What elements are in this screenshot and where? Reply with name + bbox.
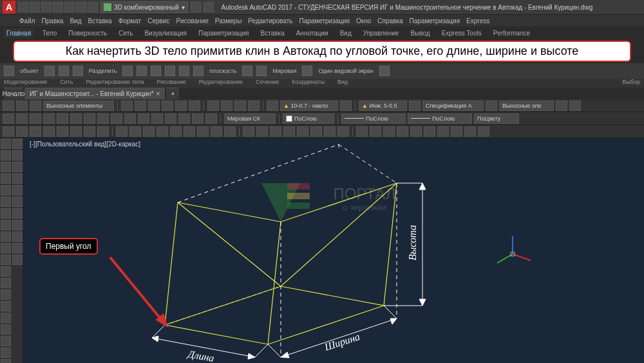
lt2-f-icon[interactable]: [12, 197, 23, 207]
tb2-g-icon[interactable]: [84, 113, 95, 124]
lt-line-icon[interactable]: [1, 139, 11, 149]
lt-donut-icon[interactable]: [1, 313, 11, 323]
tb2-c-icon[interactable]: [30, 113, 41, 124]
rotate-icon[interactable]: [193, 66, 204, 76]
tb3-t-icon[interactable]: [270, 126, 281, 137]
lt-hatch-icon[interactable]: [1, 243, 11, 253]
lt2-i-icon[interactable]: [12, 231, 23, 242]
tab-output[interactable]: Вывод: [408, 28, 432, 38]
menu-service[interactable]: Сервис: [147, 17, 169, 25]
lt-spline-icon[interactable]: [1, 220, 11, 230]
mesh-icon[interactable]: [73, 66, 83, 76]
view-icon[interactable]: [302, 66, 312, 76]
lt2-g-icon[interactable]: [12, 208, 23, 219]
lt2-c-icon[interactable]: [12, 162, 23, 172]
tb3-g-icon[interactable]: [84, 126, 95, 137]
tb3-m-icon[interactable]: [170, 126, 182, 137]
tb2-p-icon[interactable]: [205, 113, 217, 124]
tb1-a-icon[interactable]: [121, 101, 133, 111]
tb2-o-icon[interactable]: [192, 113, 204, 124]
tb2-l-icon[interactable]: [151, 113, 163, 124]
tb3-af-icon[interactable]: [437, 126, 449, 137]
section-icon[interactable]: [242, 66, 252, 76]
tb3-b-icon[interactable]: [16, 126, 28, 137]
tab-surface[interactable]: Поверхность: [66, 28, 109, 38]
tb1-o-icon[interactable]: [556, 101, 567, 111]
tb3-u-icon[interactable]: [283, 126, 295, 137]
move-icon[interactable]: [165, 66, 175, 76]
tab-home[interactable]: Главная: [4, 28, 33, 38]
tab-solid[interactable]: Тело: [40, 28, 59, 38]
qat-undo-icon[interactable]: [76, 2, 86, 12]
ucs-icon[interactable]: [256, 66, 267, 76]
tb1-k-icon[interactable]: [267, 101, 278, 111]
tab-drawing[interactable]: ИГ и Машиностроит... - Евгений Курицин* …: [24, 88, 165, 99]
lt-region-icon[interactable]: [1, 278, 11, 288]
lt-wipe-icon[interactable]: [1, 348, 11, 358]
tb1-p-icon[interactable]: [569, 101, 581, 111]
tb3-p-icon[interactable]: [211, 126, 222, 137]
tb1-i-icon[interactable]: [234, 101, 246, 111]
lt-pline-icon[interactable]: [1, 162, 11, 172]
tab-param[interactable]: Параметризация: [196, 28, 252, 38]
lt2-h-icon[interactable]: [12, 220, 23, 230]
qat-new-icon[interactable]: [18, 2, 28, 12]
new-tab-button[interactable]: +: [166, 88, 179, 99]
tb2-f-icon[interactable]: [70, 113, 82, 124]
tb3-ad-icon[interactable]: [410, 126, 422, 137]
tb3-n-icon[interactable]: [184, 126, 195, 137]
filter-icon[interactable]: [379, 66, 390, 76]
menu-help[interactable]: Справка: [377, 17, 402, 25]
tb2-j-icon[interactable]: [124, 113, 136, 124]
viewport[interactable]: [-][Пользовательский вид][2D-каркас] ПОР…: [23, 138, 644, 363]
tb1-layer-icon[interactable]: [3, 101, 14, 111]
arc-icon[interactable]: [151, 66, 161, 76]
tb1-l-icon[interactable]: [340, 101, 352, 111]
lt-circle-icon[interactable]: [1, 208, 11, 219]
qat-open-icon[interactable]: [30, 2, 40, 12]
lt-point-icon[interactable]: [1, 255, 11, 265]
lt2-k-icon[interactable]: [12, 255, 23, 265]
tb3-s-icon[interactable]: [256, 126, 268, 137]
tb1-freeze-icon[interactable]: [30, 101, 41, 111]
tab-mesh[interactable]: Сеть: [116, 28, 135, 38]
tb1-h-icon[interactable]: [221, 101, 232, 111]
menu-view[interactable]: Вид: [70, 17, 81, 25]
tb3-o-icon[interactable]: [197, 126, 209, 137]
tb3-r-icon[interactable]: [243, 126, 254, 137]
wedge-icon[interactable]: [4, 66, 14, 76]
tb2-e-icon[interactable]: [57, 113, 68, 124]
tb3-ah-icon[interactable]: [464, 126, 476, 137]
tb3-aa-icon[interactable]: [370, 126, 381, 137]
view-mode-dropdown[interactable]: 3D комбинированный ▾: [100, 1, 188, 13]
combo-dimstyle[interactable]: ▲ 10-0.7 - накло: [280, 101, 338, 111]
copy-icon[interactable]: [179, 66, 189, 76]
tb3-ai-icon[interactable]: [478, 126, 489, 137]
tab-express[interactable]: Express Tools: [439, 28, 484, 38]
lt-text-icon[interactable]: [1, 266, 11, 277]
tab-visual[interactable]: Визуализация: [142, 28, 189, 38]
menu-edit[interactable]: Правка: [42, 17, 64, 25]
tb2-a-icon[interactable]: [3, 113, 14, 124]
qat-redo-icon[interactable]: [88, 2, 98, 12]
close-icon[interactable]: ×: [156, 90, 160, 97]
menu-param[interactable]: Параметризация: [299, 17, 350, 25]
lt-poly-icon[interactable]: [1, 173, 11, 184]
tb1-m-icon[interactable]: [409, 101, 421, 111]
tab-manage[interactable]: Управление: [361, 28, 402, 38]
qat-save-icon[interactable]: [41, 2, 52, 12]
combo-color[interactable]: ПоСлою: [283, 113, 334, 124]
combo-plot[interactable]: ПоЦвету: [474, 113, 519, 124]
tb3-ac-icon[interactable]: [397, 126, 408, 137]
revolve-icon[interactable]: [59, 66, 69, 76]
lt-ml-icon[interactable]: [1, 324, 11, 335]
tb2-h-icon[interactable]: [97, 113, 109, 124]
tb2-n-icon[interactable]: [178, 113, 190, 124]
tb3-ab-icon[interactable]: [383, 126, 395, 137]
tb2-m-icon[interactable]: [165, 113, 176, 124]
tb1-f-icon[interactable]: [189, 101, 200, 111]
combo-textstyle[interactable]: ▲ Инж. 5-0.5: [359, 101, 407, 111]
qat-share-icon[interactable]: [191, 2, 201, 12]
lt2-j-icon[interactable]: [12, 243, 23, 253]
combo-ltype[interactable]: ПоСлою: [341, 113, 406, 124]
